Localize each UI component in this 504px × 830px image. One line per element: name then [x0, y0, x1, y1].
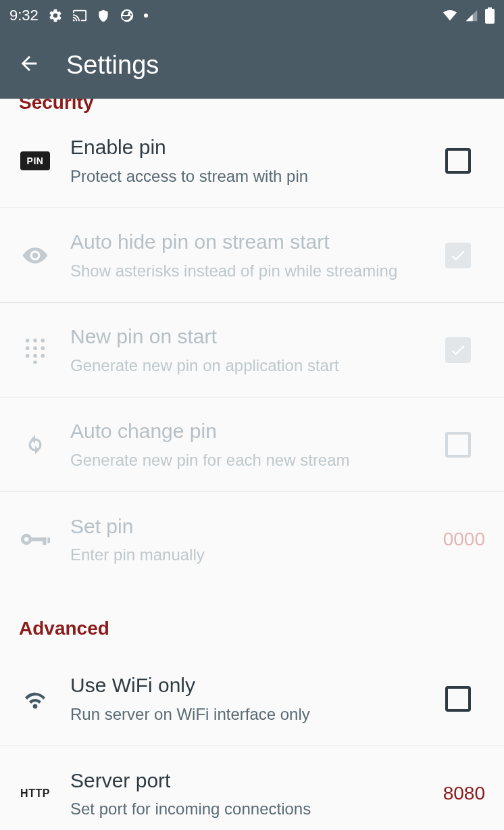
back-icon[interactable] — [18, 52, 41, 78]
set-pin-value: 0000 — [431, 529, 485, 550]
row-subtitle: Run server on WiFi interface only — [70, 704, 412, 725]
wifi-icon — [442, 9, 458, 22]
aperture-icon — [120, 8, 134, 23]
row-subtitle: Generate new pin for each new stream — [70, 449, 412, 470]
svg-point-11 — [24, 537, 28, 541]
settings-gear-icon — [48, 8, 63, 23]
cell-signal-icon — [465, 9, 478, 22]
row-subtitle: Show asterisks instead of pin while stre… — [70, 260, 412, 281]
battery-icon — [485, 7, 495, 24]
status-bar: 9:32 — [0, 0, 504, 31]
row-subtitle: Generate new pin on application start — [70, 355, 412, 376]
row-auto-change-pin: Auto change pin Generate new pin for eac… — [0, 397, 504, 492]
wifi-icon — [19, 687, 51, 710]
row-title: Use WiFi only — [70, 673, 412, 698]
key-icon — [19, 530, 51, 549]
svg-point-8 — [41, 353, 45, 358]
row-auto-hide-pin: Auto hide pin on stream start Show aster… — [0, 208, 504, 303]
row-enable-pin[interactable]: PIN Enable pin Protect access to stream … — [0, 114, 504, 208]
pin-icon: PIN — [19, 151, 51, 170]
svg-point-6 — [26, 353, 30, 358]
row-subtitle: Set port for incoming connections — [70, 798, 412, 819]
http-icon: HTTP — [19, 787, 51, 800]
page-title: Settings — [66, 51, 159, 80]
row-new-pin-on-start: New pin on start Generate new pin on app… — [0, 303, 504, 397]
svg-point-5 — [41, 346, 45, 350]
app-bar: Settings — [0, 31, 504, 99]
svg-point-4 — [33, 346, 37, 350]
dot-icon — [144, 14, 148, 18]
row-title: Enable pin — [70, 135, 412, 160]
server-port-value: 8080 — [431, 783, 485, 804]
row-title: New pin on start — [70, 324, 412, 349]
row-title: Auto change pin — [70, 418, 412, 444]
refresh-icon — [19, 432, 51, 458]
settings-content: Security PIN Enable pin Protect access t… — [0, 99, 504, 830]
row-subtitle: Protect access to stream with pin — [70, 166, 412, 187]
row-wifi-only[interactable]: Use WiFi only Run server on WiFi interfa… — [0, 652, 504, 746]
section-header-advanced: Advanced — [0, 587, 504, 652]
row-title: Auto hide pin on stream start — [70, 229, 412, 255]
status-time: 9:32 — [9, 7, 39, 24]
svg-point-0 — [26, 339, 30, 343]
checkbox-wifi-only[interactable] — [445, 686, 471, 712]
row-title: Server port — [70, 768, 412, 794]
row-set-pin: Set pin Enter pin manually 0000 — [0, 492, 504, 587]
checkbox-auto-hide-pin — [445, 243, 471, 268]
svg-point-1 — [33, 339, 37, 343]
svg-point-2 — [41, 339, 45, 343]
svg-rect-14 — [47, 537, 50, 543]
checkbox-auto-change-pin — [445, 432, 471, 458]
row-title: Set pin — [70, 514, 412, 539]
dialpad-icon — [19, 337, 51, 364]
row-server-port[interactable]: HTTP Server port Set port for incoming c… — [0, 746, 504, 830]
svg-point-7 — [33, 353, 37, 358]
shield-icon — [97, 8, 110, 23]
checkbox-new-pin-on-start — [445, 337, 471, 363]
cast-icon — [72, 8, 87, 23]
svg-point-3 — [26, 346, 30, 350]
checkbox-enable-pin[interactable] — [445, 148, 471, 174]
section-header-security: Security — [0, 99, 504, 114]
eye-icon — [19, 242, 51, 269]
row-subtitle: Enter pin manually — [70, 544, 412, 565]
svg-rect-13 — [43, 537, 47, 545]
svg-point-9 — [33, 360, 37, 363]
